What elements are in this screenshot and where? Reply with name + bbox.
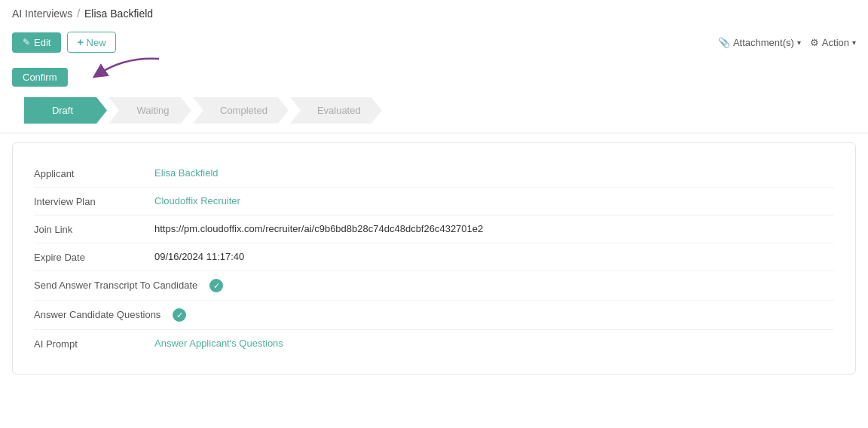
send-answer-label: Send Answer Transcript To Candidate xyxy=(34,279,209,291)
action-button[interactable]: ⚙ Action ▾ xyxy=(810,37,856,48)
step-waiting-label: Waiting xyxy=(137,105,170,116)
interview-plan-label: Interview Plan xyxy=(34,195,154,207)
plus-icon: + xyxy=(77,36,83,48)
send-answer-check-icon: ✓ xyxy=(209,279,223,292)
paperclip-icon: 📎 xyxy=(718,37,730,48)
expire-date-row: Expire Date 09/16/2024 11:17:40 xyxy=(34,245,834,269)
ai-prompt-link[interactable]: Answer Applicant's Questions xyxy=(154,338,283,349)
interview-plan-link[interactable]: Cloudoffix Recruiter xyxy=(154,195,240,206)
send-answer-value: ✓ xyxy=(209,279,223,292)
new-label: New xyxy=(87,37,106,48)
step-draft-label: Draft xyxy=(52,105,73,116)
breadcrumb-parent[interactable]: AI Interviews xyxy=(12,8,72,20)
applicant-row: Applicant Elisa Backfield xyxy=(34,161,834,185)
attachment-button[interactable]: 📎 Attachment(s) ▾ xyxy=(718,37,801,48)
attachment-label: Attachment(s) xyxy=(733,37,794,48)
attachment-chevron-icon: ▾ xyxy=(797,38,801,47)
edit-button[interactable]: ✎ Edit xyxy=(12,32,61,53)
toolbar-right: 📎 Attachment(s) ▾ ⚙ Action ▾ xyxy=(718,37,856,48)
toolbar-left: ✎ Edit + New xyxy=(12,32,116,53)
edit-label: Edit xyxy=(34,37,50,48)
expire-date-value: 09/16/2024 11:17:40 xyxy=(154,251,244,262)
breadcrumb-current: Elisa Backfield xyxy=(84,8,153,20)
record-card: Applicant Elisa Backfield Interview Plan… xyxy=(12,142,856,374)
step-evaluated-label: Evaluated xyxy=(317,105,361,116)
toolbar: ✎ Edit + New 📎 Attachment(s) ▾ ⚙ Action … xyxy=(12,27,856,60)
send-answer-row: Send Answer Transcript To Candidate ✓ xyxy=(34,273,834,298)
steps: Draft Waiting Completed Evaluated xyxy=(24,97,844,124)
join-link-row: Join Link https://pm.cloudoffix.com/recr… xyxy=(34,217,834,241)
new-button[interactable]: + New xyxy=(67,32,115,53)
breadcrumb-separator: / xyxy=(77,8,80,20)
steps-bar: Draft Waiting Completed Evaluated xyxy=(12,97,856,124)
applicant-link[interactable]: Elisa Backfield xyxy=(154,167,219,179)
action-chevron-icon: ▾ xyxy=(852,38,856,47)
step-completed-label: Completed xyxy=(220,105,267,116)
applicant-value: Elisa Backfield xyxy=(154,167,219,179)
ai-prompt-value: Answer Applicant's Questions xyxy=(154,338,283,349)
step-waiting[interactable]: Waiting xyxy=(108,97,191,124)
action-label: Action xyxy=(822,37,849,48)
step-completed[interactable]: Completed xyxy=(193,97,289,124)
breadcrumb: AI Interviews / Elisa Backfield xyxy=(12,8,856,20)
pencil-icon: ✎ xyxy=(23,37,30,47)
step-evaluated[interactable]: Evaluated xyxy=(290,97,382,124)
answer-candidate-row: Answer Candidate Questions ✓ xyxy=(34,302,834,328)
applicant-label: Applicant xyxy=(34,167,154,179)
answer-candidate-value: ✓ xyxy=(173,308,186,322)
confirm-row: Confirm xyxy=(12,60,856,97)
step-draft[interactable]: Draft xyxy=(24,97,107,124)
ai-prompt-row: AI Prompt Answer Applicant's Questions xyxy=(34,332,834,356)
expire-date-label: Expire Date xyxy=(34,251,154,263)
interview-plan-value: Cloudoffix Recruiter xyxy=(154,195,240,206)
gear-icon: ⚙ xyxy=(810,37,819,48)
interview-plan-row: Interview Plan Cloudoffix Recruiter xyxy=(34,189,834,213)
answer-candidate-label: Answer Candidate Questions xyxy=(34,308,173,320)
answer-candidate-check-icon: ✓ xyxy=(173,308,186,322)
ai-prompt-label: AI Prompt xyxy=(34,338,154,350)
main-content: Applicant Elisa Backfield Interview Plan… xyxy=(0,133,868,384)
confirm-button[interactable]: Confirm xyxy=(12,68,68,87)
join-link-value: https://pm.cloudoffix.com/recruiter/ai/c… xyxy=(154,223,483,234)
join-link-label: Join Link xyxy=(34,223,154,235)
